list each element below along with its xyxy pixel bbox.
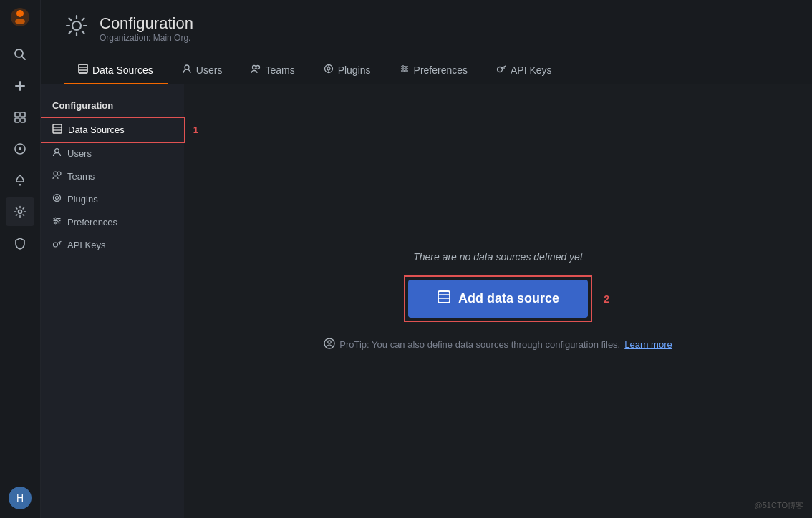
user-avatar[interactable]: H [9, 487, 32, 509]
svg-point-50 [54, 222, 57, 224]
side-nav-title: Configuration [41, 96, 184, 118]
svg-point-29 [402, 66, 404, 68]
svg-point-39 [54, 172, 57, 175]
svg-point-12 [19, 147, 21, 150]
dashboards-nav-icon[interactable] [6, 103, 34, 132]
nav-teams-label: Teams [67, 171, 95, 182]
add-datasource-wrapper: Add data source 2 [405, 277, 591, 321]
config-header-icon [64, 13, 90, 44]
tab-users[interactable]: Users [168, 57, 237, 84]
search-nav-icon[interactable] [6, 40, 34, 69]
nav-plugins-icon [52, 193, 62, 205]
protip-icon [324, 338, 335, 351]
tab-teams-label: Teams [265, 64, 294, 76]
protip-text: ProTip: You can also define data sources… [339, 339, 620, 350]
side-nav-api-keys[interactable]: API Keys [41, 233, 184, 256]
page-subtitle: Organization: Main Org. [100, 33, 193, 43]
tab-data-sources[interactable]: Data Sources [64, 57, 168, 84]
tab-plugins-icon [324, 64, 334, 76]
svg-point-38 [55, 149, 59, 153]
sidebar-narrow: H [0, 0, 41, 518]
svg-point-48 [54, 218, 57, 220]
svg-rect-13 [19, 184, 21, 186]
explore-nav-icon[interactable] [6, 135, 34, 163]
tab-bar: Data Sources Users [64, 56, 789, 84]
main-area: Configuration Organization: Main Org. Da… [41, 0, 812, 518]
tab-apikeys-icon [496, 64, 506, 76]
tab-teams[interactable]: Teams [236, 57, 309, 84]
add-data-source-button[interactable]: Add data source [408, 280, 588, 318]
svg-point-49 [57, 220, 59, 222]
nav-users-icon [52, 147, 62, 159]
svg-point-30 [405, 68, 407, 70]
nav-preferences-label: Preferences [67, 217, 117, 228]
protip-learn-more-link[interactable]: Learn more [624, 339, 672, 350]
svg-point-2 [15, 19, 25, 24]
nav-datasources-icon [52, 124, 62, 136]
svg-rect-10 [21, 118, 25, 122]
empty-state-text: There are no data sources defined yet [413, 251, 583, 263]
svg-rect-16 [79, 64, 87, 73]
add-datasource-btn-label: Add data source [458, 291, 559, 306]
tab-teams-icon [251, 64, 261, 76]
tab-api-keys[interactable]: API Keys [482, 57, 566, 84]
svg-point-40 [57, 172, 61, 175]
svg-line-33 [502, 66, 506, 68]
side-nav-users[interactable]: Users [41, 142, 184, 165]
alerting-nav-icon[interactable] [6, 166, 34, 195]
tab-api-keys-label: API Keys [511, 64, 552, 76]
shield-nav-icon[interactable] [6, 229, 34, 258]
add-datasource-badge: 2 [604, 293, 609, 305]
tab-users-label: Users [196, 64, 223, 76]
side-nav-teams[interactable]: Teams [41, 165, 184, 187]
svg-point-1 [16, 10, 24, 17]
nav-api-keys-label: API Keys [67, 240, 105, 250]
svg-point-19 [185, 65, 189, 69]
svg-point-14 [19, 210, 22, 214]
page-title: Configuration [100, 14, 193, 33]
add-datasource-btn-icon [437, 290, 451, 308]
tab-data-sources-label: Data Sources [92, 64, 153, 76]
side-nav-plugins[interactable]: Plugins [41, 187, 184, 210]
side-nav: Configuration Data Sources 1 [41, 84, 184, 518]
page-main-content: There are no data sources defined yet Ad… [184, 84, 812, 518]
protip-row: ProTip: You can also define data sources… [324, 338, 672, 351]
watermark: @51CTO博客 [755, 500, 803, 511]
svg-rect-8 [21, 112, 25, 117]
nav-plugins-label: Plugins [67, 194, 98, 205]
tab-prefs-icon [400, 64, 410, 76]
nav-teams-icon [52, 170, 62, 182]
nav-prefs-icon [52, 216, 62, 228]
svg-rect-9 [15, 118, 19, 122]
svg-point-31 [402, 70, 404, 72]
tab-users-icon [182, 64, 192, 76]
nav-datasources-label: Data Sources [68, 124, 125, 135]
tab-datasources-icon [78, 64, 88, 76]
svg-rect-7 [15, 112, 19, 117]
nav-users-label: Users [67, 148, 92, 159]
content-panel: Configuration Data Sources 1 [41, 84, 812, 518]
add-nav-icon[interactable] [6, 72, 34, 100]
side-nav-preferences[interactable]: Preferences [41, 210, 184, 233]
tab-plugins[interactable]: Plugins [309, 57, 385, 84]
config-nav-icon[interactable] [6, 197, 34, 226]
svg-rect-54 [438, 291, 450, 303]
side-nav-data-sources[interactable]: Data Sources 1 [41, 118, 184, 142]
svg-line-4 [22, 57, 26, 60]
svg-point-42 [56, 197, 59, 200]
sidebar-bottom-icons: H [9, 487, 32, 518]
svg-point-58 [328, 341, 331, 343]
svg-rect-35 [53, 124, 62, 133]
tab-plugins-label: Plugins [338, 64, 371, 76]
svg-point-23 [327, 67, 330, 70]
nav-apikeys-icon [52, 239, 62, 250]
svg-line-52 [57, 242, 61, 244]
svg-point-21 [256, 66, 260, 69]
app-logo[interactable] [9, 6, 32, 29]
page-header: Configuration Organization: Main Org. Da… [41, 0, 812, 84]
svg-point-20 [253, 66, 256, 69]
tab-preferences-label: Preferences [414, 64, 468, 76]
svg-point-15 [72, 21, 81, 30]
tab-preferences[interactable]: Preferences [385, 57, 482, 84]
